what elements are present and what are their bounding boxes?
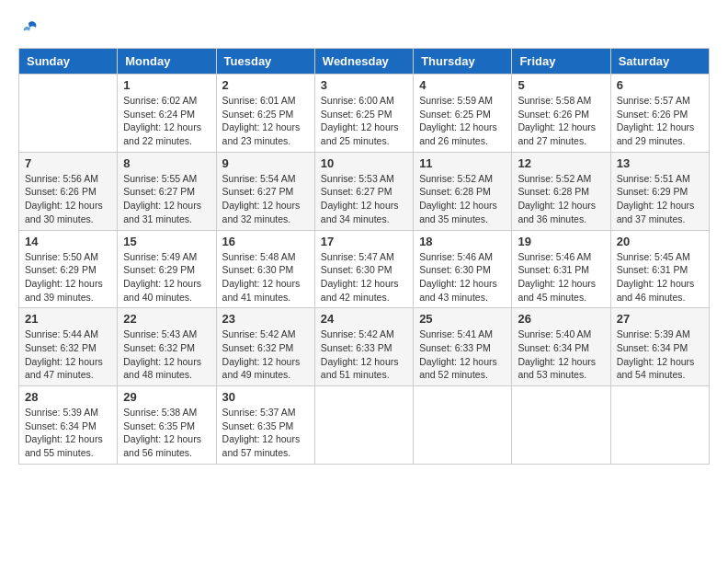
calendar-cell: 7Sunrise: 5:56 AMSunset: 6:26 PMDaylight… xyxy=(19,152,118,230)
calendar-header: SundayMondayTuesdayWednesdayThursdayFrid… xyxy=(19,49,710,75)
weekday-header: Sunday xyxy=(19,49,118,75)
calendar-cell: 2Sunrise: 6:01 AMSunset: 6:25 PMDaylight… xyxy=(216,75,314,153)
day-number: 5 xyxy=(518,78,604,92)
calendar-cell: 25Sunrise: 5:41 AMSunset: 6:33 PMDayligh… xyxy=(414,308,512,386)
day-info: Sunrise: 5:58 AMSunset: 6:26 PMDaylight:… xyxy=(518,94,604,148)
calendar-week-row: 21Sunrise: 5:44 AMSunset: 6:32 PMDayligh… xyxy=(19,308,710,386)
day-number: 15 xyxy=(123,235,210,248)
weekday-header: Thursday xyxy=(414,49,512,75)
weekday-header: Saturday xyxy=(610,49,709,75)
day-info: Sunrise: 5:45 AMSunset: 6:31 PMDaylight:… xyxy=(617,250,703,304)
calendar-week-row: 1Sunrise: 6:02 AMSunset: 6:24 PMDaylight… xyxy=(19,75,710,153)
day-info: Sunrise: 6:00 AMSunset: 6:25 PMDaylight:… xyxy=(321,94,407,148)
day-number: 21 xyxy=(25,312,111,326)
weekday-header: Tuesday xyxy=(216,49,314,75)
calendar-cell: 9Sunrise: 5:54 AMSunset: 6:27 PMDaylight… xyxy=(216,152,314,230)
day-info: Sunrise: 5:46 AMSunset: 6:30 PMDaylight:… xyxy=(419,250,506,304)
day-info: Sunrise: 5:42 AMSunset: 6:32 PMDaylight:… xyxy=(222,327,309,382)
day-number: 6 xyxy=(617,78,703,92)
day-number: 24 xyxy=(321,312,407,326)
calendar-cell: 29Sunrise: 5:38 AMSunset: 6:35 PMDayligh… xyxy=(118,386,216,465)
calendar-cell: 15Sunrise: 5:49 AMSunset: 6:29 PMDayligh… xyxy=(118,230,216,308)
page-header xyxy=(18,18,710,39)
calendar-week-row: 14Sunrise: 5:50 AMSunset: 6:29 PMDayligh… xyxy=(19,230,710,308)
calendar-cell: 4Sunrise: 5:59 AMSunset: 6:25 PMDaylight… xyxy=(414,75,512,153)
calendar-week-row: 7Sunrise: 5:56 AMSunset: 6:26 PMDaylight… xyxy=(19,152,710,230)
calendar-cell: 30Sunrise: 5:37 AMSunset: 6:35 PMDayligh… xyxy=(216,386,314,465)
calendar-cell xyxy=(414,386,512,465)
day-info: Sunrise: 5:57 AMSunset: 6:26 PMDaylight:… xyxy=(617,94,703,148)
calendar-cell: 10Sunrise: 5:53 AMSunset: 6:27 PMDayligh… xyxy=(314,152,413,230)
calendar-cell: 14Sunrise: 5:50 AMSunset: 6:29 PMDayligh… xyxy=(19,230,118,308)
day-info: Sunrise: 6:02 AMSunset: 6:24 PMDaylight:… xyxy=(123,94,210,148)
day-number: 10 xyxy=(321,156,407,170)
day-info: Sunrise: 5:43 AMSunset: 6:32 PMDaylight:… xyxy=(123,327,210,382)
calendar-cell: 3Sunrise: 6:00 AMSunset: 6:25 PMDaylight… xyxy=(314,75,413,153)
calendar-cell: 20Sunrise: 5:45 AMSunset: 6:31 PMDayligh… xyxy=(610,230,709,308)
day-number: 30 xyxy=(222,390,309,404)
day-number: 28 xyxy=(25,390,111,404)
calendar-cell xyxy=(512,386,610,465)
day-info: Sunrise: 5:48 AMSunset: 6:30 PMDaylight:… xyxy=(222,250,309,304)
day-info: Sunrise: 5:39 AMSunset: 6:34 PMDaylight:… xyxy=(25,406,111,460)
day-number: 27 xyxy=(617,312,703,326)
calendar-cell: 5Sunrise: 5:58 AMSunset: 6:26 PMDaylight… xyxy=(512,75,610,153)
day-info: Sunrise: 5:59 AMSunset: 6:25 PMDaylight:… xyxy=(419,94,506,148)
calendar-cell: 16Sunrise: 5:48 AMSunset: 6:30 PMDayligh… xyxy=(216,230,314,308)
calendar-cell: 26Sunrise: 5:40 AMSunset: 6:34 PMDayligh… xyxy=(512,308,610,386)
day-info: Sunrise: 5:51 AMSunset: 6:29 PMDaylight:… xyxy=(617,172,703,226)
weekday-header: Friday xyxy=(512,49,610,75)
calendar-cell: 12Sunrise: 5:52 AMSunset: 6:28 PMDayligh… xyxy=(512,152,610,230)
day-info: Sunrise: 5:52 AMSunset: 6:28 PMDaylight:… xyxy=(518,172,604,226)
logo-bird-icon xyxy=(19,18,40,39)
calendar-cell: 1Sunrise: 6:02 AMSunset: 6:24 PMDaylight… xyxy=(118,75,216,153)
day-info: Sunrise: 5:53 AMSunset: 6:27 PMDaylight:… xyxy=(321,172,407,226)
day-info: Sunrise: 5:39 AMSunset: 6:34 PMDaylight:… xyxy=(617,327,703,382)
day-info: Sunrise: 5:50 AMSunset: 6:29 PMDaylight:… xyxy=(25,250,111,304)
calendar-cell xyxy=(314,386,413,465)
day-info: Sunrise: 6:01 AMSunset: 6:25 PMDaylight:… xyxy=(222,94,309,148)
day-info: Sunrise: 5:38 AMSunset: 6:35 PMDaylight:… xyxy=(123,406,210,460)
calendar-cell: 13Sunrise: 5:51 AMSunset: 6:29 PMDayligh… xyxy=(610,152,709,230)
calendar-cell: 21Sunrise: 5:44 AMSunset: 6:32 PMDayligh… xyxy=(19,308,118,386)
day-number: 12 xyxy=(518,156,604,170)
day-number: 14 xyxy=(25,235,111,248)
day-info: Sunrise: 5:41 AMSunset: 6:33 PMDaylight:… xyxy=(419,327,506,382)
calendar-cell: 24Sunrise: 5:42 AMSunset: 6:33 PMDayligh… xyxy=(314,308,413,386)
day-number: 23 xyxy=(222,312,309,326)
calendar-cell: 22Sunrise: 5:43 AMSunset: 6:32 PMDayligh… xyxy=(118,308,216,386)
day-number: 8 xyxy=(123,156,210,170)
day-info: Sunrise: 5:47 AMSunset: 6:30 PMDaylight:… xyxy=(321,250,407,304)
calendar-cell xyxy=(19,75,118,153)
weekday-header: Monday xyxy=(118,49,216,75)
day-number: 3 xyxy=(321,78,407,92)
day-number: 2 xyxy=(222,78,309,92)
day-number: 4 xyxy=(419,78,506,92)
calendar-cell: 18Sunrise: 5:46 AMSunset: 6:30 PMDayligh… xyxy=(414,230,512,308)
day-number: 9 xyxy=(222,156,309,170)
calendar-cell: 23Sunrise: 5:42 AMSunset: 6:32 PMDayligh… xyxy=(216,308,314,386)
calendar-cell: 6Sunrise: 5:57 AMSunset: 6:26 PMDaylight… xyxy=(610,75,709,153)
calendar-cell: 27Sunrise: 5:39 AMSunset: 6:34 PMDayligh… xyxy=(610,308,709,386)
day-number: 19 xyxy=(518,235,604,248)
calendar-table: SundayMondayTuesdayWednesdayThursdayFrid… xyxy=(18,48,710,465)
day-info: Sunrise: 5:46 AMSunset: 6:31 PMDaylight:… xyxy=(518,250,604,304)
calendar-cell: 8Sunrise: 5:55 AMSunset: 6:27 PMDaylight… xyxy=(118,152,216,230)
calendar-cell: 19Sunrise: 5:46 AMSunset: 6:31 PMDayligh… xyxy=(512,230,610,308)
day-number: 13 xyxy=(617,156,703,170)
weekday-header: Wednesday xyxy=(314,49,413,75)
day-number: 18 xyxy=(419,235,506,248)
day-number: 17 xyxy=(321,235,407,248)
day-info: Sunrise: 5:44 AMSunset: 6:32 PMDaylight:… xyxy=(25,327,111,382)
calendar-body: 1Sunrise: 6:02 AMSunset: 6:24 PMDaylight… xyxy=(19,75,710,465)
day-number: 7 xyxy=(25,156,111,170)
day-number: 29 xyxy=(123,390,210,404)
day-number: 26 xyxy=(518,312,604,326)
calendar-cell xyxy=(610,386,709,465)
day-number: 11 xyxy=(419,156,506,170)
day-info: Sunrise: 5:49 AMSunset: 6:29 PMDaylight:… xyxy=(123,250,210,304)
day-number: 20 xyxy=(617,235,703,248)
day-info: Sunrise: 5:55 AMSunset: 6:27 PMDaylight:… xyxy=(123,172,210,226)
day-info: Sunrise: 5:54 AMSunset: 6:27 PMDaylight:… xyxy=(222,172,309,226)
day-number: 22 xyxy=(123,312,210,326)
